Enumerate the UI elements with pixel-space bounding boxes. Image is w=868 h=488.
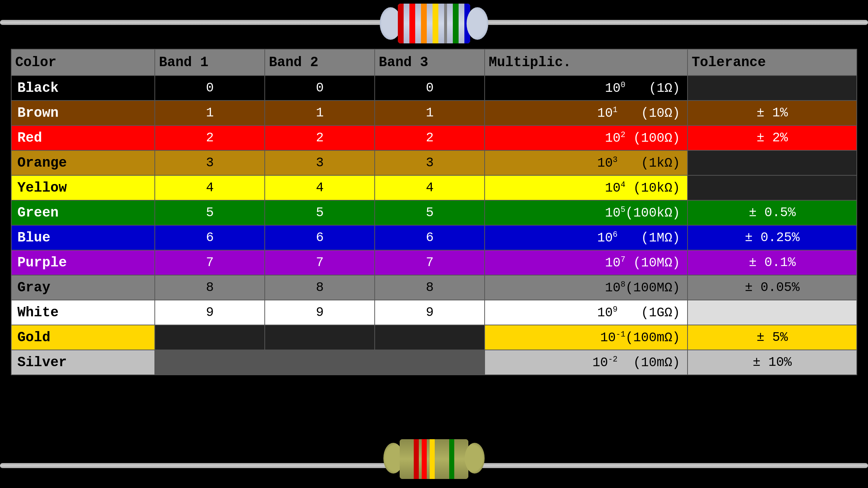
bottom-body-gap3 [427, 439, 430, 479]
band-3 [421, 4, 427, 43]
header-color: Color [11, 49, 155, 76]
band-4 [433, 4, 438, 43]
table-header-row: Color Band 1 Band 2 Band 3 Multiplic. To… [11, 49, 857, 76]
band-5 [444, 4, 447, 43]
color-code-table: Color Band 1 Band 2 Band 3 Multiplic. To… [11, 49, 857, 375]
bottom-body-gap [400, 439, 414, 479]
table-row: Orange 3 3 3 103 (1kΩ) [11, 150, 857, 175]
color-label: Gold [11, 325, 155, 350]
band2-value: 6 [265, 225, 375, 250]
band2-value: 2 [265, 125, 375, 150]
band1-value: 2 [155, 125, 265, 150]
band1-value: 5 [155, 200, 265, 225]
band2-value: 8 [265, 275, 375, 300]
color-label: White [11, 300, 155, 325]
band-2 [409, 4, 415, 43]
band2-value [265, 350, 375, 375]
color-label: Purple [11, 250, 155, 275]
resistor-top [380, 0, 488, 47]
band2-value: 1 [265, 100, 375, 125]
color-label: Gray [11, 275, 155, 300]
band1-value [155, 325, 265, 350]
band2-value: 7 [265, 250, 375, 275]
header-band1: Band 1 [155, 49, 265, 76]
bottom-body-gap4 [435, 439, 449, 479]
band1-value: 1 [155, 100, 265, 125]
bottom-band-1 [414, 439, 419, 479]
mult-value: 10-2 (10mΩ) [485, 350, 688, 375]
bottom-band-4 [449, 439, 454, 479]
band3-value: 7 [375, 250, 485, 275]
color-label: Silver [11, 350, 155, 375]
bottom-body-gap2 [419, 439, 422, 479]
band2-value: 0 [265, 76, 375, 100]
table-row: Gray 8 8 8 108(100MΩ) ± 0.05% [11, 275, 857, 300]
color-label: Blue [11, 225, 155, 250]
color-label: Orange [11, 150, 155, 175]
band2-value: 9 [265, 300, 375, 325]
band3-value: 5 [375, 200, 485, 225]
band-gap6 [459, 4, 464, 43]
mult-value: 105(100kΩ) [485, 200, 688, 225]
band3-value: 3 [375, 150, 485, 175]
color-label: Yellow [11, 175, 155, 200]
mult-value: 104 (10kΩ) [485, 175, 688, 200]
color-label: Brown [11, 100, 155, 125]
color-label: Red [11, 125, 155, 150]
header-band2: Band 2 [265, 49, 375, 76]
tol-value: ± 0.5% [688, 200, 857, 225]
mult-value: 10-1(100mΩ) [485, 325, 688, 350]
tol-value: ± 0.05% [688, 275, 857, 300]
band1-value: 3 [155, 150, 265, 175]
table-row: Yellow 4 4 4 104 (10kΩ) [11, 175, 857, 200]
tol-value: ± 5% [688, 325, 857, 350]
table-row: Brown 1 1 1 101 (10Ω) ± 1% [11, 100, 857, 125]
header-band3: Band 3 [375, 49, 485, 76]
table-row: Purple 7 7 7 107 (10MΩ) ± 0.1% [11, 250, 857, 275]
tol-value: ± 2% [688, 125, 857, 150]
mult-value: 102 (100Ω) [485, 125, 688, 150]
band1-value: 6 [155, 225, 265, 250]
tol-value [688, 300, 857, 325]
mult-value: 101 (10Ω) [485, 100, 688, 125]
resistor-body-top [398, 4, 470, 43]
main-table-container: Color Band 1 Band 2 Band 3 Multiplic. To… [11, 49, 857, 430]
band3-value: 9 [375, 300, 485, 325]
band2-value: 3 [265, 150, 375, 175]
tol-value: ± 0.25% [688, 225, 857, 250]
band1-value: 7 [155, 250, 265, 275]
tol-value [688, 175, 857, 200]
band1-value: 0 [155, 76, 265, 100]
band3-value: 1 [375, 100, 485, 125]
table-row: Red 2 2 2 102 (100Ω) ± 2% [11, 125, 857, 150]
band-gap5 [447, 4, 453, 43]
table-row: Silver 10-2 (10mΩ) ± 10% [11, 350, 857, 375]
tol-value: ± 0.1% [688, 250, 857, 275]
resistor-end-right [467, 7, 488, 40]
band3-value: 6 [375, 225, 485, 250]
band3-value: 8 [375, 275, 485, 300]
tol-value [688, 76, 857, 100]
band-gap4 [438, 4, 444, 43]
tol-value: ± 10% [688, 350, 857, 375]
tol-value [688, 150, 857, 175]
band3-value: 4 [375, 175, 485, 200]
header-multiplic: Multiplic. [485, 49, 688, 76]
band-gap2 [415, 4, 421, 43]
band2-value [265, 325, 375, 350]
resistor-bottom [383, 437, 485, 488]
band1-value: 8 [155, 275, 265, 300]
color-label: Black [11, 76, 155, 100]
mult-value: 108(100MΩ) [485, 275, 688, 300]
table-row: White 9 9 9 109 (1GΩ) [11, 300, 857, 325]
band-gap3 [427, 4, 433, 43]
band-1 [398, 4, 404, 43]
bottom-band-2 [422, 439, 427, 479]
table-row: Green 5 5 5 105(100kΩ) ± 0.5% [11, 200, 857, 225]
mult-value: 103 (1kΩ) [485, 150, 688, 175]
band-gap [404, 4, 409, 43]
band1-value: 9 [155, 300, 265, 325]
header-tolerance: Tolerance [688, 49, 857, 76]
band2-value: 4 [265, 175, 375, 200]
band1-value [155, 350, 265, 375]
